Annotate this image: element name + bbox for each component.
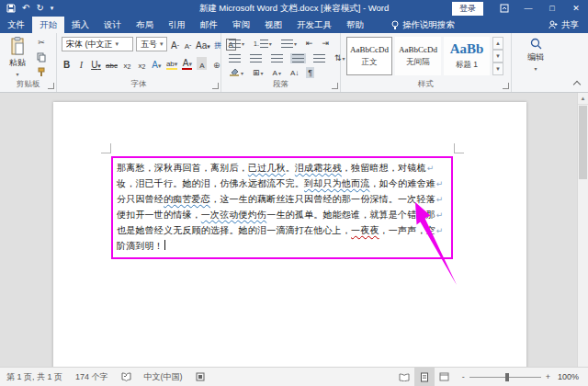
zoom-in-button[interactable]: + <box>546 372 550 381</box>
cut-icon[interactable]: ✂ <box>35 37 48 48</box>
zoom-slider[interactable] <box>469 377 541 378</box>
subscript-button[interactable]: x2 <box>122 57 132 70</box>
style-normal[interactable]: AaBbCcDd 正文 <box>346 37 392 75</box>
justify-button[interactable] <box>290 53 306 63</box>
document-line[interactable]: 便扣开一世的情缘，一次弦动便灼伤一生的孤单。她能怨谁，就算是个错误那↵ <box>117 207 449 222</box>
multilevel-list-button[interactable]: ▾ <box>279 39 299 49</box>
tab-layout[interactable]: 布局 <box>129 17 161 33</box>
tab-view[interactable]: 视图 <box>257 17 289 33</box>
decrease-indent-icon[interactable]: ⇤ <box>304 38 315 49</box>
bold-button[interactable]: B <box>62 57 72 70</box>
tab-insert[interactable]: 插入 <box>64 17 96 33</box>
tell-me-search[interactable]: 操作说明搜索 <box>391 17 455 33</box>
strikethrough-button[interactable]: abc <box>106 57 118 70</box>
document-line[interactable]: 妆，泪已千行。她的泪，仿佛永远都流不完。到却只为他而流，如今的难舍难↵ <box>117 176 449 191</box>
align-left-button[interactable] <box>227 53 243 63</box>
document-text[interactable]: 那离愁，深秋再回首，离别后，已过几秋。泪成霜花残，独留暗想，对镜梳↵妆，泪已千行… <box>117 160 449 254</box>
qat-customize-icon[interactable]: ▾ <box>51 4 54 13</box>
enclose-characters-button[interactable]: ⊕ <box>211 57 221 70</box>
document-line[interactable]: 也是她曾经义无反顾的选择。她的泪一滴滴打在他心上，一夜夜，一声声，空↵ <box>117 222 449 238</box>
paste-button[interactable]: 粘贴 ▾ <box>4 36 31 78</box>
save-icon[interactable] <box>6 4 16 13</box>
increase-indent-icon[interactable]: ⇥ <box>320 38 331 49</box>
text-highlight-button[interactable]: ab▾ <box>166 57 177 70</box>
macro-record-icon[interactable] <box>189 368 211 386</box>
character-shading-button[interactable]: A <box>197 57 207 70</box>
web-layout-icon[interactable] <box>435 368 455 386</box>
styles-dialog-launcher[interactable] <box>503 83 509 89</box>
zoom-slider-thumb[interactable] <box>505 373 509 381</box>
bullets-button[interactable]: ▾ <box>227 39 246 49</box>
scroll-up-icon[interactable]: ▲ <box>578 93 588 105</box>
ribbon-display-options-icon[interactable] <box>492 0 516 17</box>
vertical-scrollbar[interactable]: ▲ <box>577 93 588 367</box>
share-button[interactable]: 共享 <box>548 17 588 33</box>
minimize-button[interactable]: — <box>516 0 540 17</box>
undo-icon[interactable]: ↶ <box>22 4 29 13</box>
zoom-level[interactable]: 100% <box>558 372 588 381</box>
align-center-button[interactable] <box>248 53 264 63</box>
format-painter-icon[interactable] <box>35 66 48 77</box>
italic-button[interactable]: I <box>76 57 86 70</box>
tab-home[interactable]: 开始 <box>32 17 64 33</box>
style-heading1[interactable]: AaBb 标题 1 <box>444 37 490 75</box>
font-size-combo[interactable]: 五号 ▾ <box>136 37 167 51</box>
tab-review[interactable]: 审阅 <box>225 17 257 33</box>
document-line[interactable]: 阶滴到明！ <box>117 238 449 254</box>
tab-help[interactable]: 帮助 <box>339 17 371 33</box>
chevron-down-icon: ▾ <box>160 40 164 48</box>
font-color-button[interactable]: A▾ <box>182 57 192 70</box>
collapse-ribbon-icon[interactable] <box>573 80 580 86</box>
language-indicator[interactable]: 中文(中国) <box>138 368 189 386</box>
print-layout-icon[interactable] <box>414 368 435 386</box>
scrollbar-thumb[interactable] <box>579 106 587 179</box>
word-count[interactable]: 174 个字 <box>69 368 115 386</box>
styles-gallery-more-icon[interactable]: ▼ <box>492 62 503 75</box>
style-no-spacing[interactable]: AaBbCcDd 无间隔 <box>395 37 441 75</box>
tab-developer[interactable]: 开发工具 <box>289 17 339 33</box>
asian-layout-button[interactable]: A▾ <box>271 68 283 78</box>
show-hide-pilcrow-button[interactable]: ¶ <box>306 67 314 78</box>
sort-button[interactable]: A↓ <box>288 68 300 78</box>
tab-file[interactable]: 文件 <box>0 17 32 33</box>
copy-icon[interactable] <box>35 51 48 62</box>
distributed-button[interactable] <box>311 53 327 63</box>
shading-button[interactable]: ▾ <box>227 67 245 78</box>
tab-design[interactable]: 设计 <box>96 17 129 33</box>
read-mode-icon[interactable] <box>394 368 414 386</box>
clipboard-dialog-launcher[interactable] <box>48 83 54 89</box>
proofing-status-icon[interactable] <box>115 368 138 386</box>
paste-dropdown-icon[interactable]: ▾ <box>16 71 18 77</box>
document-area: 那离愁，深秋再回首，离别后，已过几秋。泪成霜花残，独留暗想，对镜梳↵妆，泪已千行… <box>0 93 588 367</box>
superscript-button[interactable]: x2 <box>137 57 147 70</box>
line-break-mark: ↵ <box>436 195 444 204</box>
editing-group: 编辑 ▾ <box>512 33 560 92</box>
align-right-button[interactable] <box>269 53 285 63</box>
styles-scroll-down-icon[interactable]: ▼ <box>492 50 503 62</box>
grow-font-button[interactable]: Aˆ <box>170 38 180 51</box>
tab-mailings[interactable]: 邮件 <box>193 17 225 33</box>
status-bar: 第 1 页, 共 1 页 174 个字 中文(中国) - + 100% <box>0 367 588 386</box>
font-dialog-launcher[interactable] <box>212 83 219 89</box>
numbering-button[interactable]: 1.▾ <box>252 39 274 49</box>
editing-button[interactable]: 编辑 ▾ <box>519 38 552 72</box>
text-effects-button[interactable]: A▾ <box>152 57 162 70</box>
shrink-font-button[interactable]: Aˇ <box>183 38 193 51</box>
styles-scroll-up-icon[interactable]: ▲ <box>492 37 503 50</box>
change-case-button[interactable]: Aa▾ <box>196 38 210 51</box>
line-break-mark: ↵ <box>436 179 444 188</box>
maximize-button[interactable]: □ <box>540 0 564 17</box>
page-indicator[interactable]: 第 1 页, 共 1 页 <box>0 368 69 386</box>
document-line[interactable]: 分只因曾经的痴苦爱恋，这一生的藕断丝连只因曾经的那一份深情。一次轻落↵ <box>117 191 449 207</box>
font-name-combo[interactable]: 宋体 (中文正 ▾ <box>62 37 133 51</box>
underline-button[interactable]: U▾ <box>91 57 101 70</box>
line-break-mark: ↵ <box>427 164 435 173</box>
tab-references[interactable]: 引用 <box>161 17 193 33</box>
redo-icon[interactable]: ↻ <box>36 4 43 13</box>
borders-button[interactable]: ⊞▾ <box>251 67 266 78</box>
signin-button[interactable]: 登录 <box>452 2 483 16</box>
document-line[interactable]: 那离愁，深秋再回首，离别后，已过几秋。泪成霜花残，独留暗想，对镜梳↵ <box>117 160 449 176</box>
paragraph-dialog-launcher[interactable] <box>332 83 338 89</box>
close-button[interactable]: ✕ <box>564 0 588 17</box>
zoom-out-button[interactable]: - <box>462 372 465 381</box>
